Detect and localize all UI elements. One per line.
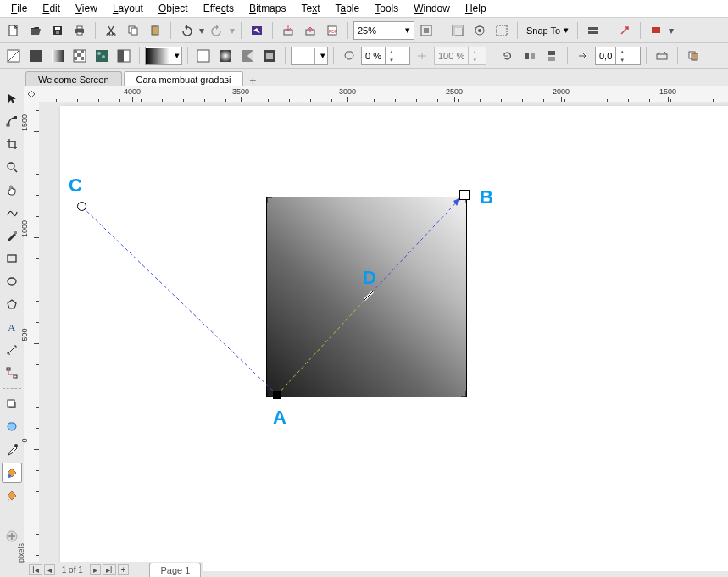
app-button[interactable] (646, 20, 666, 41)
tab-welcome[interactable]: Welcome Screen (25, 71, 122, 87)
ruler-origin[interactable] (24, 86, 40, 103)
mirror-v-button[interactable] (542, 46, 562, 66)
gradient-start-handle[interactable] (273, 391, 281, 399)
freehand-tool[interactable] (2, 203, 22, 223)
elliptical-gradient-button[interactable] (215, 46, 236, 66)
menu-edit[interactable]: Edit (35, 2, 68, 15)
transparency-tool[interactable] (2, 417, 22, 437)
export-button[interactable] (300, 20, 320, 41)
zoom-tool[interactable] (2, 157, 22, 177)
undo-button[interactable] (176, 20, 197, 41)
color-eyedropper-tool[interactable] (2, 440, 22, 460)
menu-view[interactable]: View (68, 2, 105, 15)
svg-rect-25 (497, 25, 507, 36)
nav-prev[interactable]: ◂ (44, 564, 55, 575)
copy-button[interactable] (123, 20, 143, 41)
free-scale-button[interactable] (652, 46, 672, 66)
ruler-vertical[interactable]: 150010005000 (24, 102, 40, 571)
undo-dropdown[interactable]: ▾ (198, 21, 205, 40)
cut-button[interactable] (101, 20, 121, 41)
menu-layout[interactable]: Layout (105, 2, 151, 15)
reverse-fill-button[interactable] (497, 46, 518, 66)
svg-rect-38 (81, 57, 84, 60)
app-dropdown[interactable]: ▾ (668, 21, 675, 40)
node-color-picker[interactable]: ▾ (291, 47, 328, 65)
search-content-button[interactable] (247, 20, 267, 41)
gradient-skew-handle[interactable] (77, 202, 86, 211)
publish-pdf-button[interactable]: PDF (322, 20, 342, 41)
menu-text[interactable]: Text (293, 2, 327, 15)
nav-last[interactable]: ▸I (103, 564, 116, 575)
options-button[interactable] (583, 20, 603, 41)
show-rulers-button[interactable] (447, 20, 468, 41)
page-tab-1[interactable]: Page 1 (149, 563, 201, 577)
pick-tool[interactable] (2, 88, 22, 108)
texture-fill-button[interactable] (92, 46, 112, 66)
svg-rect-27 (588, 31, 598, 34)
gradient-end-handle[interactable] (459, 190, 470, 200)
rectangle-tool[interactable] (2, 248, 22, 269)
text-tool[interactable]: A (2, 317, 22, 337)
menu-help[interactable]: Help (458, 2, 494, 15)
svg-rect-51 (548, 51, 555, 55)
menu-bitmaps[interactable]: Bitmaps (242, 2, 293, 15)
crop-tool[interactable] (2, 134, 22, 154)
ellipse-tool[interactable] (2, 271, 22, 291)
ruler-horizontal[interactable]: 400035003000250020001500 (39, 86, 728, 103)
launch-button[interactable] (614, 20, 635, 41)
gradient-rectangle[interactable] (266, 197, 467, 397)
import-button[interactable] (278, 20, 298, 41)
fountain-fill-button[interactable] (47, 46, 68, 66)
new-tab-button[interactable]: + (245, 74, 260, 87)
linear-gradient-button[interactable] (193, 46, 214, 66)
smart-fill-tool[interactable] (2, 485, 22, 506)
snap-to-combo[interactable]: Snap To ▾ (523, 22, 572, 39)
parallel-dim-tool[interactable] (2, 340, 22, 360)
tab-document-1[interactable]: Cara membuat gradasi (124, 71, 244, 87)
full-screen-button[interactable] (416, 20, 436, 41)
show-guidelines-button[interactable] (492, 20, 512, 41)
paste-button[interactable] (145, 20, 165, 41)
artistic-media-tool[interactable] (2, 225, 22, 246)
shape-tool[interactable] (2, 111, 22, 131)
offset-field[interactable]: 0,0▲▼ (595, 47, 641, 65)
menu-window[interactable]: Window (406, 2, 458, 15)
no-fill-button[interactable] (3, 46, 24, 66)
pattern-fill-button[interactable] (69, 46, 90, 66)
interactive-fill-tool[interactable] (2, 463, 22, 483)
menu-file[interactable]: File (3, 2, 35, 15)
connector-tool[interactable] (2, 363, 22, 383)
menu-table[interactable]: Table (328, 2, 368, 15)
redo-button[interactable] (207, 20, 227, 41)
pan-tool[interactable] (2, 180, 22, 200)
new-button[interactable] (3, 20, 24, 41)
menu-tools[interactable]: Tools (367, 2, 406, 15)
uniform-fill-button[interactable] (25, 46, 46, 66)
menu-object[interactable]: Object (151, 2, 196, 15)
property-bar: ▾ ▾ 0 %▲▼ 100 %▲▼ 0,0▲▼ (0, 43, 728, 69)
postscript-fill-button[interactable] (114, 46, 134, 66)
svg-point-58 (8, 163, 14, 169)
polygon-tool[interactable] (2, 294, 22, 314)
show-grid-button[interactable] (470, 20, 490, 41)
nav-first[interactable]: I◂ (29, 564, 42, 575)
nav-next[interactable]: ▸ (90, 564, 101, 575)
fill-color-picker[interactable]: ▾ (145, 47, 182, 65)
drop-shadow-tool[interactable] (2, 394, 22, 414)
conical-gradient-button[interactable] (237, 46, 258, 66)
open-button[interactable] (25, 20, 46, 41)
midpoint-icon (412, 46, 432, 66)
transparency-field[interactable]: 0 %▲▼ (361, 47, 410, 65)
zoom-value: 25% (358, 25, 376, 36)
copy-fill-button[interactable] (683, 46, 703, 66)
menu-effects[interactable]: Effects (196, 2, 242, 15)
zoom-combo[interactable]: 25%▾ (353, 21, 414, 40)
rectangular-gradient-button[interactable] (259, 46, 280, 66)
mirror-h-button[interactable] (520, 46, 540, 66)
redo-dropdown[interactable]: ▾ (229, 21, 236, 40)
save-button[interactable] (47, 20, 68, 41)
print-button[interactable] (69, 20, 90, 41)
midpoint-field[interactable]: 100 %▲▼ (434, 47, 486, 65)
drawing-canvas[interactable]: A B C D (39, 102, 728, 571)
nav-add-page[interactable]: + (118, 564, 130, 575)
